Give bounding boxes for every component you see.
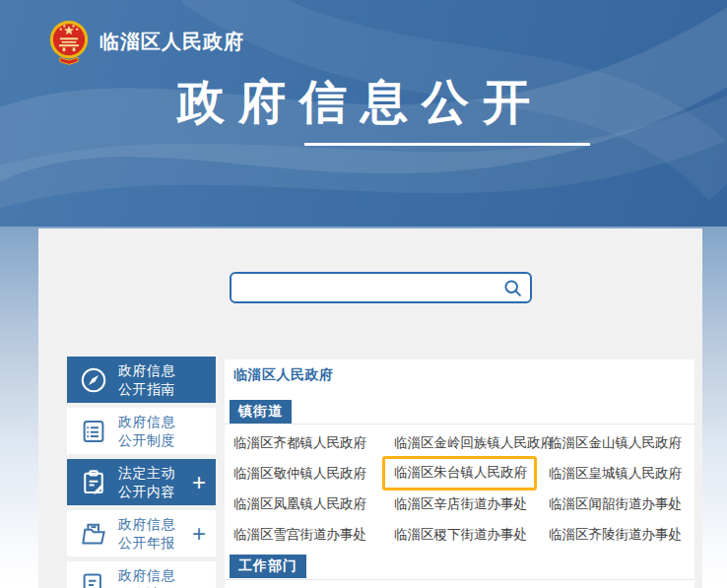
section-divider <box>225 579 694 580</box>
link-cell: 临淄区稷下街道办事处 <box>394 519 549 550</box>
search-icon <box>502 278 523 298</box>
sidebar-item-label: 法定主动公开内容 <box>118 464 175 501</box>
sidebar-item-on-request[interactable]: 政府信息依申请公开 <box>67 561 216 588</box>
sidebar-item-label: 政府信息依申请公开 <box>118 566 190 588</box>
link-cell: 临淄区凤凰镇人民政府 <box>233 489 394 519</box>
link-cell: 临淄区齐陵街道办事处 <box>549 519 694 550</box>
section-badge-departments: 工作部门 <box>230 555 306 578</box>
link-cell: 临淄区金山镇人民政府 <box>549 427 694 458</box>
content-title: 临淄区人民政府 <box>233 366 334 384</box>
banner-title: 政府信息公开 <box>177 71 544 134</box>
sidebar-item-label: 政府信息公开年报 <box>118 515 175 553</box>
link-cell: 临淄区齐都镇人民政府 <box>233 427 394 458</box>
org-link[interactable]: 临淄区凤凰镇人民政府 <box>233 495 366 513</box>
search-button[interactable] <box>495 274 530 301</box>
link-cell: 临淄区皇城镇人民政府 <box>549 458 694 489</box>
compass-icon <box>79 365 108 395</box>
link-cell: 临淄区金岭回族镇人民政府 <box>394 427 549 458</box>
clipboard-pen-icon <box>79 468 108 497</box>
link-cell: 临淄区敬仲镇人民政府 <box>233 458 394 489</box>
sidebar-item-guide[interactable]: 政府信息公开指南 <box>67 357 216 403</box>
sidebar-item-label: 政府信息公开制度 <box>118 413 175 450</box>
org-link[interactable]: 临淄区稷下街道办事处 <box>394 526 527 544</box>
org-link[interactable]: 临淄区闻韶街道办事处 <box>549 495 682 513</box>
expand-plus-icon[interactable]: + <box>192 521 206 545</box>
top-bar: 临淄区人民政府 <box>47 18 244 65</box>
link-cell: 临淄区闻韶街道办事处 <box>549 489 694 519</box>
site-name: 临淄区人民政府 <box>99 29 244 55</box>
org-link[interactable]: 临淄区齐陵街道办事处 <box>549 526 682 544</box>
sidebar-item-annual-report[interactable]: 政府信息公开年报+ <box>67 510 216 556</box>
page: 临淄区人民政府 政府信息公开 政府信息公开指南政府信息公开制度法定主动公开内容+… <box>0 0 727 588</box>
search-input[interactable] <box>231 274 495 301</box>
banner: 临淄区人民政府 政府信息公开 <box>0 0 727 227</box>
org-link[interactable]: 临淄区雪宫街道办事处 <box>233 526 366 544</box>
link-cell: 临淄区雪宫街道办事处 <box>233 519 394 550</box>
org-link[interactable]: 临淄区敬仲镇人民政府 <box>233 465 366 483</box>
org-link[interactable]: 临淄区皇城镇人民政府 <box>549 465 682 483</box>
national-emblem-icon <box>47 18 91 65</box>
org-link-highlighted[interactable]: 临淄区朱台镇人民政府 <box>382 456 537 490</box>
sidebar-item-statutory[interactable]: 法定主动公开内容+ <box>67 459 216 505</box>
content-panel: 临淄区人民政府 镇街道 临淄区齐都镇人民政府临淄区金岭回族镇人民政府临淄区金山镇… <box>225 359 694 588</box>
sidebar: 政府信息公开指南政府信息公开制度法定主动公开内容+政府信息公开年报+政府信息依申… <box>67 357 216 588</box>
sidebar-item-label: 政府信息公开指南 <box>118 361 175 399</box>
org-link[interactable]: 临淄区金山镇人民政府 <box>549 434 682 452</box>
section-badge-towns: 镇街道 <box>230 400 292 424</box>
org-link[interactable]: 临淄区齐都镇人民政府 <box>233 434 366 452</box>
search-bar[interactable] <box>230 272 532 303</box>
document-pen-icon <box>79 570 108 588</box>
link-cell: 临淄区辛店街道办事处 <box>394 489 549 519</box>
org-link[interactable]: 临淄区辛店街道办事处 <box>394 495 527 513</box>
org-links-grid: 临淄区齐都镇人民政府临淄区金岭回族镇人民政府临淄区金山镇人民政府临淄区敬仲镇人民… <box>233 427 694 550</box>
document-list-icon <box>79 417 108 446</box>
org-link[interactable]: 临淄区金岭回族镇人民政府 <box>394 434 554 452</box>
expand-plus-icon[interactable]: + <box>192 470 206 493</box>
link-cell: 临淄区朱台镇人民政府 <box>394 458 549 489</box>
section-divider <box>225 424 694 425</box>
banner-underline-decoration <box>304 143 590 146</box>
sidebar-item-policies[interactable]: 政府信息公开制度 <box>67 408 216 454</box>
folder-icon <box>79 519 108 549</box>
